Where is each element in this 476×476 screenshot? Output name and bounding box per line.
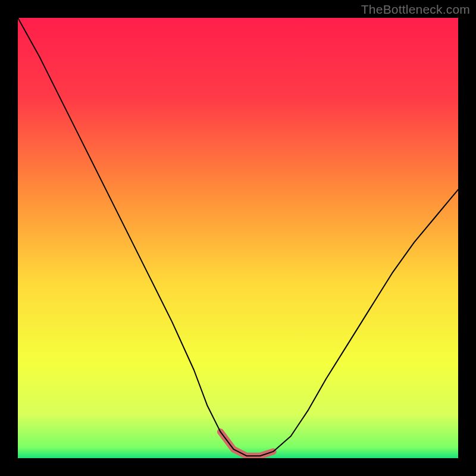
chart-frame: TheBottleneck.com [0,0,476,476]
plot-area [18,18,458,458]
bottleneck-curve [18,18,458,456]
sweet-spot-band [220,432,273,456]
watermark-text: TheBottleneck.com [361,2,470,17]
curve-layer [18,18,458,458]
